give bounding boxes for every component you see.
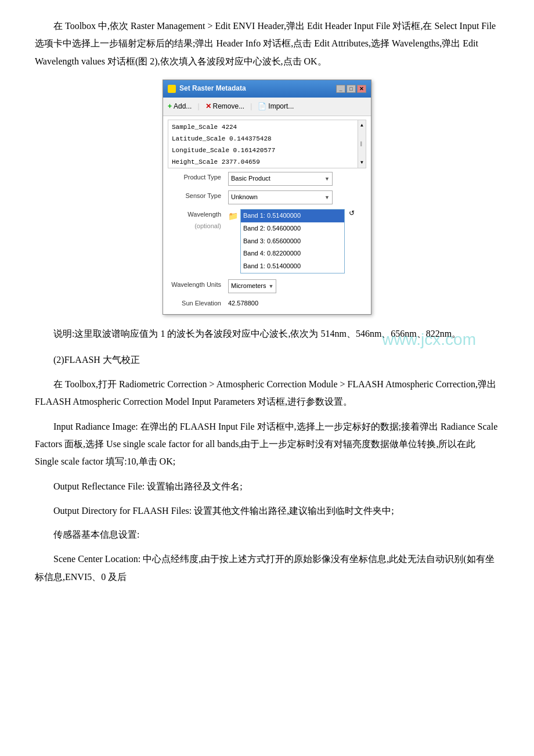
dialog-toolbar: + Add... | ✕ Remove... | 📄 Import... [163, 98, 371, 117]
wavelength-label-text: Wavelength [170, 209, 221, 221]
dialog-title-area: Set Raster Metadata [168, 82, 246, 95]
output-reflectance-content: 设置输出路径及文件名; [147, 481, 242, 491]
wavelength-units-value[interactable]: Micrometers ▼ [226, 278, 366, 294]
dialog-title-text: Set Raster Metadata [179, 82, 246, 95]
dialog-icon [168, 85, 176, 93]
wavelength-label: Wavelength (optional) [168, 208, 226, 275]
refresh-button[interactable]: ↺ [347, 209, 356, 218]
paragraph-input-radiance: Input Radiance Image: 在弹出的 FLAASH Input … [35, 418, 499, 471]
product-type-label: Product Type [168, 171, 226, 187]
note-paragraph: 说明:这里取波谱响应值为 1 的波长为各波段对应中心波长,依次为 514nm、5… [35, 325, 499, 343]
metadata-row-2: Latitude_Scale 0.144375428 [172, 134, 353, 145]
wavelength-list-cell: 📁 Band 1: 0.51400000 Band 2: 0.54600000 … [226, 208, 366, 275]
note-section: 说明:这里取波谱响应值为 1 的波长为各波段对应中心波长,依次为 514nm、5… [35, 325, 499, 343]
remove-label: Remove... [213, 100, 245, 113]
set-raster-metadata-dialog: Set Raster Metadata _ □ ✕ + Add... | ✕ R… [163, 80, 371, 314]
separator-2: | [250, 100, 252, 113]
output-dir-content: 设置其他文件输出路径,建议输出到临时文件夹中; [194, 506, 394, 516]
wavelength-units-dropdown[interactable]: Micrometers ▼ [228, 279, 276, 293]
wavelength-units-row: Wavelength Units Micrometers ▼ [168, 278, 366, 294]
wavelength-list[interactable]: Band 1: 0.51400000 Band 2: 0.54600000 Ba… [240, 209, 345, 273]
wavelength-row: Wavelength (optional) 📁 Band 1: 0.514000… [168, 208, 366, 275]
wavelength-band-2[interactable]: Band 2: 0.54600000 [241, 222, 344, 235]
product-type-value[interactable]: Basic Product ▼ [226, 171, 366, 187]
output-dir-label: Output Directory for FLAASH Files: [53, 506, 192, 516]
dialog-title-buttons[interactable]: _ □ ✕ [336, 85, 366, 93]
close-button[interactable]: ✕ [357, 85, 366, 93]
output-reflectance-label: Output Reflectance File: [53, 481, 145, 491]
paragraph-sensor-info: 传感器基本信息设置: [35, 527, 499, 543]
add-label: Add... [174, 100, 192, 113]
folder-icon[interactable]: 📁 [228, 209, 238, 224]
dropdown-arrow-sensor: ▼ [324, 193, 330, 202]
product-type-text: Basic Product [231, 173, 270, 185]
import-icon: 📄 [258, 100, 266, 113]
wavelength-sublabel: (optional) [170, 221, 221, 232]
sensor-type-dropdown[interactable]: Unknown ▼ [228, 190, 333, 204]
product-type-dropdown[interactable]: Basic Product ▼ [228, 172, 333, 186]
import-button[interactable]: 📄 Import... [258, 100, 294, 113]
add-button[interactable]: + Add... [168, 100, 192, 113]
wavelength-units-text: Micrometers [231, 280, 266, 292]
sensor-type-row: Sensor Type Unknown ▼ [168, 189, 366, 206]
wavelength-band-4[interactable]: Band 4: 0.82200000 [241, 247, 344, 260]
metadata-row-1: Sample_Scale 4224 [172, 122, 353, 134]
scene-center-label: Scene Center Location: [53, 554, 140, 564]
cross-icon: ✕ [205, 100, 211, 113]
sensor-type-text: Unknown [231, 192, 258, 203]
metadata-row-4: Height_Scale 2377.04659 [172, 157, 353, 168]
dropdown-arrow-units: ▼ [269, 282, 274, 291]
paragraph-scene-center: Scene Center Location: 中心点经纬度,由于按上述方式打开的… [35, 550, 499, 586]
dropdown-arrow-product: ▼ [324, 174, 330, 183]
paragraph-1: 在 Toolbox 中,依次 Raster Management > Edit … [35, 17, 499, 70]
maximize-button[interactable]: □ [347, 85, 356, 93]
sensor-type-label: Sensor Type [168, 189, 226, 206]
separator-1: | [197, 100, 199, 113]
metadata-row-3: Longitude_Scale 0.161420577 [172, 145, 353, 157]
input-radiance-label: Input Radiance Image: [53, 422, 138, 431]
wavelength-band-1-selected[interactable]: Band 1: 0.51400000 [241, 210, 344, 222]
sun-elevation-label: Sun Elevation [168, 297, 226, 311]
paragraph-output-reflectance: Output Reflectance File: 设置输出路径及文件名; [35, 478, 499, 495]
dialog-content: ▲ ▌ ▼ Sample_Scale 4224 Latitude_Scale 0… [163, 116, 371, 314]
remove-button[interactable]: ✕ Remove... [205, 100, 245, 113]
dialog-titlebar: Set Raster Metadata _ □ ✕ [163, 80, 371, 98]
plus-icon: + [168, 100, 172, 113]
paragraph-flaash-intro: 在 Toolbox,打开 Radiometric Correction > At… [35, 376, 499, 411]
heading-flaash: (2)FLAASH 大气校正 [35, 352, 499, 369]
page-content: 在 Toolbox 中,依次 Raster Management > Edit … [35, 17, 499, 586]
sensor-type-value[interactable]: Unknown ▼ [226, 189, 366, 206]
sun-elevation-value: 42.578800 [226, 297, 366, 311]
wavelength-units-label: Wavelength Units [168, 278, 226, 294]
wavelength-band-3[interactable]: Band 3: 0.65600000 [241, 235, 344, 248]
wavelength-band-5[interactable]: Band 1: 0.51400000 [241, 260, 344, 273]
import-label: Import... [268, 100, 294, 113]
product-type-row: Product Type Basic Product ▼ [168, 171, 366, 187]
dialog-container: Set Raster Metadata _ □ ✕ + Add... | ✕ R… [35, 80, 499, 314]
sun-elevation-row: Sun Elevation 42.578800 [168, 297, 366, 311]
paragraph-output-dir: Output Directory for FLAASH Files: 设置其他文… [35, 502, 499, 520]
wavelength-row-container: 📁 Band 1: 0.51400000 Band 2: 0.54600000 … [228, 209, 364, 273]
minimize-button[interactable]: _ [336, 85, 345, 93]
